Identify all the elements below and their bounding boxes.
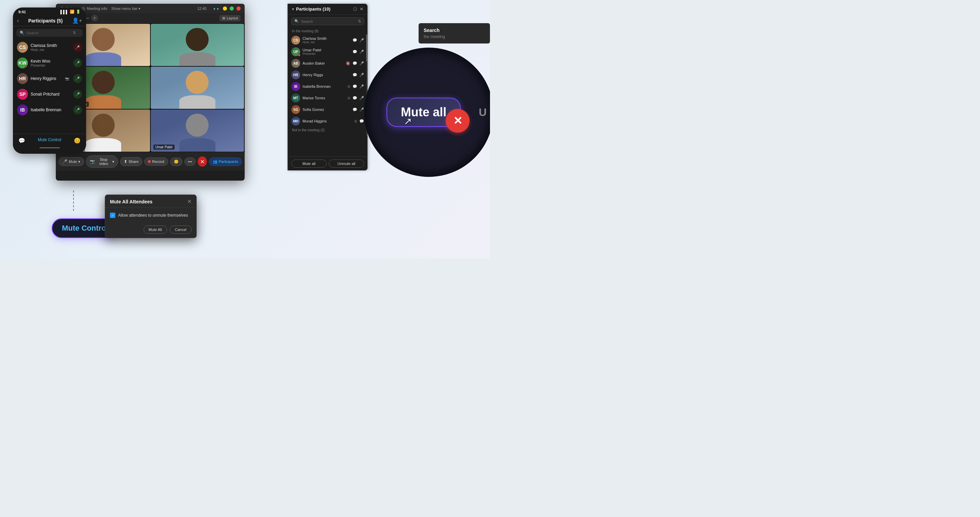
action-icons: 🖥 💬 [353,119,364,124]
unmute-partial-label: U [479,106,487,119]
meeting-info-button[interactable]: 🎥 Meeting info [81,6,107,11]
dialog-close-button[interactable]: ✕ [187,198,192,205]
screen-icon: 🖥 [347,84,350,89]
list-item: AB Austen Baker 🔇 💬 🎤 [288,57,368,69]
participant-name: Isabelle Brennan [30,108,70,112]
mute-button[interactable]: 🎤 [73,74,82,83]
panel-popout-icon[interactable]: ⬡ [353,6,357,11]
list-item: HR Henry Riggins 📷 🎤 [13,71,86,86]
camera-icon: 📷 [65,77,69,81]
person-shape [165,71,230,109]
avatar: AB [291,59,300,68]
search-input[interactable] [301,19,356,24]
mute-all-confirm-button[interactable]: Mute All [143,225,167,234]
mic-icon: 🎤 [360,108,364,112]
video-cell [151,24,244,66]
participant-info: Sonali Pritchard [30,92,70,97]
mute-button[interactable]: 🎤 [73,59,82,67]
body [179,52,215,66]
participant-name: Clarissa Smith [302,36,350,40]
record-button[interactable]: Record [144,157,168,166]
indicator-icon: ● [213,7,215,11]
mobile-add-participant-button[interactable]: 👤+ [72,17,82,24]
avatar: IB [17,105,28,115]
list-item: CS Clarissa Smith Host, me 💬 🎤 [288,34,368,46]
participant-name: Murad Higgins [302,119,351,123]
video-cell [151,67,244,109]
mute-button[interactable]: 🎤 [73,43,82,52]
share-button[interactable]: ⬆ Share [120,157,142,166]
mute-button[interactable]: 🎤 [73,105,82,114]
chat-icon: 💬 [353,96,357,100]
avatar: KW [17,57,28,68]
mute-button[interactable]: 🎤 [73,90,82,98]
in-meeting-section-label: In the meeting (8) [288,28,368,34]
screen-icon: 🖥 [353,119,357,123]
record-dot [148,160,151,163]
chat-icon: 💬 [360,119,364,124]
unmute-all-button[interactable]: Unmute all [329,160,364,168]
participant-role: Presenter [30,63,70,67]
panel-collapse-button[interactable]: ▾ [292,7,294,11]
mute-all-button[interactable]: Mute all [291,160,327,168]
avatar: UP [291,47,300,56]
maximize-button[interactable] [230,6,234,11]
stop-video-button[interactable]: 📷 Stop video ▾ [86,155,118,168]
avatar: HR [291,70,300,79]
home-indicator [40,147,60,148]
share-icon: ⬆ [124,159,127,164]
mobile-sort-button[interactable]: ⇅ [73,31,76,35]
layout-button[interactable]: ⊞ Layout [220,15,240,21]
sort-icon[interactable]: ⇅ [358,19,361,24]
participant-name: Austen Baker [302,61,343,65]
dialog-buttons: Mute All Cancel [105,223,196,238]
participant-name: Clarissa Smith [30,43,70,48]
emoji-button[interactable]: 🙂 [170,157,182,166]
list-item: IB Isabelle Brennan 🎤 [13,102,86,118]
close-button[interactable] [237,6,240,11]
mobile-bottom-icons: 💬 Mute Control 😊 [18,137,81,144]
head [186,114,208,136]
chevron-down-icon: ▾ [138,6,140,11]
avatar: HR [17,73,28,84]
desktop-controls: 🎤 Mute ▾ 📷 Stop video ▾ ⬆ Share Record 🙂… [56,152,245,170]
battery-icon: 🔋 [76,10,81,14]
search-icon: 🔍 [294,19,299,24]
mute-label: Mute [69,160,77,163]
allow-unmute-checkbox[interactable]: ✓ [110,213,115,218]
chat-icon[interactable]: 💬 [18,137,25,144]
signal-icon: ▌▌▌ [60,10,68,14]
head [92,28,115,51]
avatar: SP [17,89,28,100]
participant-name: Henry Riggins [30,76,62,81]
minimize-button[interactable] [223,6,227,11]
action-icons: 💬 🎤 [353,108,364,112]
participant-name: Isabella Brennan [302,84,344,89]
panel-header: ▾ Participants (10) ⬡ ✕ [288,4,368,14]
chat-icon: 💬 [353,108,357,112]
more-options-button[interactable]: ••• [185,157,196,166]
dashed-connector-mute [73,190,74,211]
panel-search[interactable]: 🔍 ⇅ [291,17,364,25]
titlebar-indicators: ● ● [213,7,219,11]
participant-name: Kevin Woo [30,59,70,63]
end-call-button[interactable]: ✕ [198,157,207,167]
mute-control-label[interactable]: Mute Control [38,137,61,144]
search-box-subtitle: the meeting [424,34,485,39]
dialog-body: ✓ Allow attendees to unmute themselves [105,208,196,223]
emoji-icon[interactable]: 😊 [74,137,81,144]
show-menu-button[interactable]: Show menu bar ▾ [111,6,140,11]
participant-name: Umar Patel [302,48,350,52]
mobile-search-bar[interactable]: 🔍 Search ⇅ [16,29,83,37]
mute-button[interactable]: 🎤 Mute ▾ [59,157,84,166]
participants-panel-button[interactable]: 👥 Participants [209,157,242,166]
panel-close-icon[interactable]: ✕ [360,6,363,11]
mic-icon: 🎤 [360,38,364,43]
chat-icon: 💬 [353,50,357,54]
cancel-button[interactable]: Cancel [170,225,192,234]
end-call-icon: ✕ [200,159,205,165]
cursor-arrow: ↗ [404,116,412,127]
zoom-in-button[interactable]: + [91,14,98,21]
circle-close-button[interactable]: ✕ [446,109,469,133]
chat-icon: 💬 [353,38,357,43]
